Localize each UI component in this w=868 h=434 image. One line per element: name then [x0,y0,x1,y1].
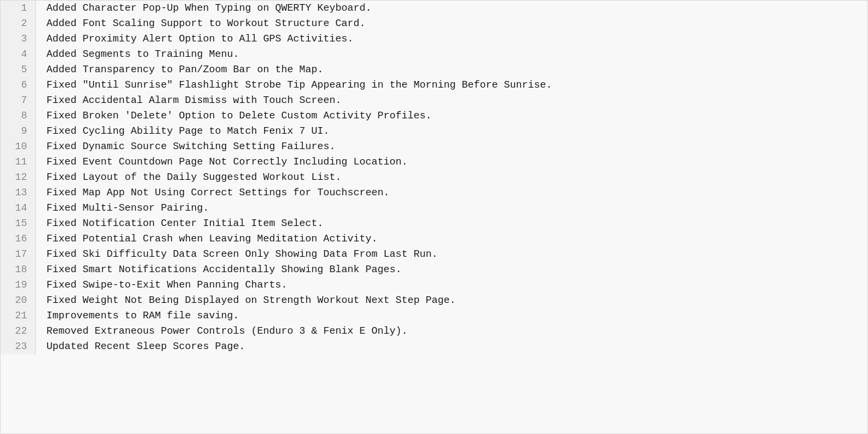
list-item: 20Fixed Weight Not Being Displayed on St… [1,293,867,308]
line-text: Improvements to RAM file saving. [35,308,867,324]
code-viewer: 1Added Character Pop-Up When Typing on Q… [0,0,868,434]
list-item: 1Added Character Pop-Up When Typing on Q… [1,1,867,16]
list-item: 3Added Proximity Alert Option to All GPS… [1,31,867,47]
line-text: Fixed Smart Notifications Accidentally S… [35,262,867,278]
line-number: 15 [1,216,35,231]
line-number: 17 [1,247,35,262]
line-number: 6 [1,78,35,93]
line-number: 16 [1,231,35,247]
list-item: 10Fixed Dynamic Source Switching Setting… [1,139,867,154]
line-text: Added Transparency to Pan/Zoom Bar on th… [35,62,867,78]
line-number: 3 [1,31,35,47]
list-item: 13Fixed Map App Not Using Correct Settin… [1,185,867,201]
line-number: 21 [1,308,35,324]
line-text: Added Character Pop-Up When Typing on QW… [35,1,867,16]
line-number: 8 [1,108,35,124]
line-text: Removed Extraneous Power Controls (Endur… [35,324,867,339]
list-item: 23Updated Recent Sleep Scores Page. [1,339,867,354]
list-item: 17Fixed Ski Difficulty Data Screen Only … [1,247,867,262]
line-text: Fixed Layout of the Daily Suggested Work… [35,170,867,185]
line-number: 19 [1,278,35,293]
line-text: Fixed Cycling Ability Page to Match Feni… [35,124,867,139]
line-number: 7 [1,93,35,108]
line-number: 5 [1,62,35,78]
line-list: 1Added Character Pop-Up When Typing on Q… [1,1,867,354]
list-item: 16Fixed Potential Crash when Leaving Med… [1,231,867,247]
line-number: 13 [1,185,35,201]
line-text: Fixed Map App Not Using Correct Settings… [35,185,867,201]
line-number: 9 [1,124,35,139]
line-text: Fixed Notification Center Initial Item S… [35,216,867,231]
list-item: 19Fixed Swipe-to-Exit When Panning Chart… [1,278,867,293]
line-text: Fixed Weight Not Being Displayed on Stre… [35,293,867,308]
list-item: 7Fixed Accidental Alarm Dismiss with Tou… [1,93,867,108]
list-item: 12Fixed Layout of the Daily Suggested Wo… [1,170,867,185]
line-text: Added Font Scaling Support to Workout St… [35,16,867,31]
list-item: 2Added Font Scaling Support to Workout S… [1,16,867,31]
line-number: 18 [1,262,35,278]
line-text: Fixed Event Countdown Page Not Correctly… [35,154,867,170]
list-item: 4Added Segments to Training Menu. [1,47,867,62]
line-text: Fixed Swipe-to-Exit When Panning Charts. [35,278,867,293]
line-text: Added Proximity Alert Option to All GPS … [35,31,867,47]
list-item: 14Fixed Multi-Sensor Pairing. [1,201,867,216]
line-number: 14 [1,201,35,216]
line-number: 2 [1,16,35,31]
line-text: Fixed "Until Sunrise" Flashlight Strobe … [35,78,867,93]
list-item: 5Added Transparency to Pan/Zoom Bar on t… [1,62,867,78]
line-number: 23 [1,339,35,354]
list-item: 18Fixed Smart Notifications Accidentally… [1,262,867,278]
line-text: Fixed Multi-Sensor Pairing. [35,201,867,216]
line-number: 20 [1,293,35,308]
line-number: 4 [1,47,35,62]
list-item: 22Removed Extraneous Power Controls (End… [1,324,867,339]
line-number: 22 [1,324,35,339]
list-item: 15Fixed Notification Center Initial Item… [1,216,867,231]
line-number: 11 [1,154,35,170]
line-text: Fixed Potential Crash when Leaving Medit… [35,231,867,247]
list-item: 8Fixed Broken 'Delete' Option to Delete … [1,108,867,124]
list-item: 11Fixed Event Countdown Page Not Correct… [1,154,867,170]
line-text: Fixed Ski Difficulty Data Screen Only Sh… [35,247,867,262]
line-number: 1 [1,1,35,16]
line-text: Fixed Accidental Alarm Dismiss with Touc… [35,93,867,108]
line-text: Added Segments to Training Menu. [35,47,867,62]
line-text: Fixed Broken 'Delete' Option to Delete C… [35,108,867,124]
list-item: 9Fixed Cycling Ability Page to Match Fen… [1,124,867,139]
line-text: Fixed Dynamic Source Switching Setting F… [35,139,867,154]
list-item: 6Fixed "Until Sunrise" Flashlight Strobe… [1,78,867,93]
line-number: 10 [1,139,35,154]
line-text: Updated Recent Sleep Scores Page. [35,339,867,354]
line-number: 12 [1,170,35,185]
list-item: 21Improvements to RAM file saving. [1,308,867,324]
